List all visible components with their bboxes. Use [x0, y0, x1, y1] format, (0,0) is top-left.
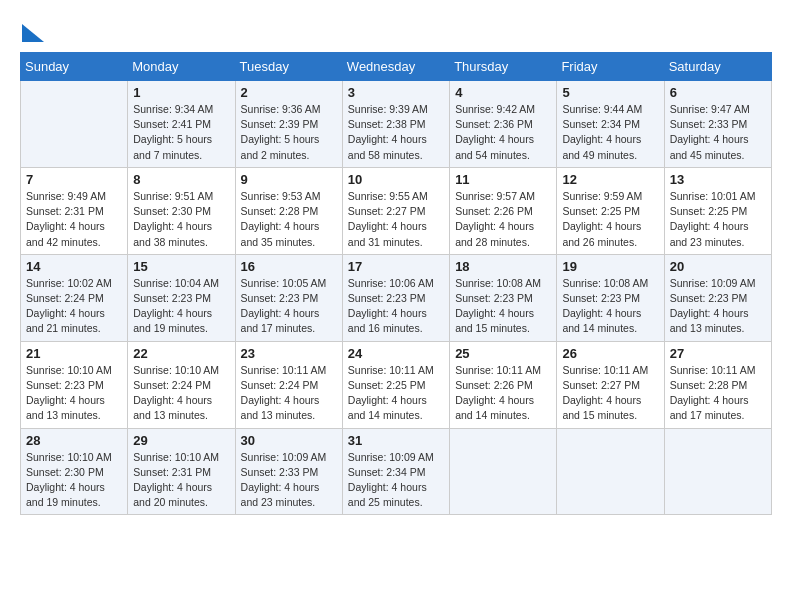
logo	[20, 20, 44, 42]
day-info: Sunrise: 10:11 AM Sunset: 2:27 PM Daylig…	[562, 363, 658, 424]
day-number: 1	[133, 85, 229, 100]
day-number: 25	[455, 346, 551, 361]
calendar-day-cell: 15Sunrise: 10:04 AM Sunset: 2:23 PM Dayl…	[128, 254, 235, 341]
day-info: Sunrise: 10:09 AM Sunset: 2:33 PM Daylig…	[241, 450, 337, 511]
day-number: 3	[348, 85, 444, 100]
calendar-day-cell: 25Sunrise: 10:11 AM Sunset: 2:26 PM Dayl…	[450, 341, 557, 428]
day-info: Sunrise: 9:51 AM Sunset: 2:30 PM Dayligh…	[133, 189, 229, 250]
day-info: Sunrise: 10:02 AM Sunset: 2:24 PM Daylig…	[26, 276, 122, 337]
calendar-header-row: SundayMondayTuesdayWednesdayThursdayFrid…	[21, 53, 772, 81]
day-header-sunday: Sunday	[21, 53, 128, 81]
day-header-friday: Friday	[557, 53, 664, 81]
calendar-day-cell: 17Sunrise: 10:06 AM Sunset: 2:23 PM Dayl…	[342, 254, 449, 341]
day-number: 2	[241, 85, 337, 100]
day-number: 10	[348, 172, 444, 187]
calendar-day-cell: 29Sunrise: 10:10 AM Sunset: 2:31 PM Dayl…	[128, 428, 235, 515]
day-number: 17	[348, 259, 444, 274]
calendar-day-cell: 24Sunrise: 10:11 AM Sunset: 2:25 PM Dayl…	[342, 341, 449, 428]
calendar-day-cell: 14Sunrise: 10:02 AM Sunset: 2:24 PM Dayl…	[21, 254, 128, 341]
calendar-day-cell	[664, 428, 771, 515]
calendar-day-cell: 7Sunrise: 9:49 AM Sunset: 2:31 PM Daylig…	[21, 167, 128, 254]
calendar-day-cell: 2Sunrise: 9:36 AM Sunset: 2:39 PM Daylig…	[235, 81, 342, 168]
calendar-week-row: 21Sunrise: 10:10 AM Sunset: 2:23 PM Dayl…	[21, 341, 772, 428]
calendar-day-cell: 27Sunrise: 10:11 AM Sunset: 2:28 PM Dayl…	[664, 341, 771, 428]
day-info: Sunrise: 10:10 AM Sunset: 2:23 PM Daylig…	[26, 363, 122, 424]
day-info: Sunrise: 10:11 AM Sunset: 2:26 PM Daylig…	[455, 363, 551, 424]
day-info: Sunrise: 9:36 AM Sunset: 2:39 PM Dayligh…	[241, 102, 337, 163]
day-number: 18	[455, 259, 551, 274]
day-info: Sunrise: 9:34 AM Sunset: 2:41 PM Dayligh…	[133, 102, 229, 163]
calendar-day-cell: 30Sunrise: 10:09 AM Sunset: 2:33 PM Dayl…	[235, 428, 342, 515]
calendar-week-row: 1Sunrise: 9:34 AM Sunset: 2:41 PM Daylig…	[21, 81, 772, 168]
calendar-week-row: 28Sunrise: 10:10 AM Sunset: 2:30 PM Dayl…	[21, 428, 772, 515]
day-info: Sunrise: 10:11 AM Sunset: 2:25 PM Daylig…	[348, 363, 444, 424]
calendar-day-cell: 18Sunrise: 10:08 AM Sunset: 2:23 PM Dayl…	[450, 254, 557, 341]
day-info: Sunrise: 9:59 AM Sunset: 2:25 PM Dayligh…	[562, 189, 658, 250]
day-info: Sunrise: 9:47 AM Sunset: 2:33 PM Dayligh…	[670, 102, 766, 163]
day-number: 7	[26, 172, 122, 187]
calendar-day-cell: 23Sunrise: 10:11 AM Sunset: 2:24 PM Dayl…	[235, 341, 342, 428]
day-info: Sunrise: 10:08 AM Sunset: 2:23 PM Daylig…	[562, 276, 658, 337]
day-number: 29	[133, 433, 229, 448]
day-info: Sunrise: 10:01 AM Sunset: 2:25 PM Daylig…	[670, 189, 766, 250]
day-number: 5	[562, 85, 658, 100]
day-number: 14	[26, 259, 122, 274]
calendar-day-cell: 11Sunrise: 9:57 AM Sunset: 2:26 PM Dayli…	[450, 167, 557, 254]
calendar-table: SundayMondayTuesdayWednesdayThursdayFrid…	[20, 52, 772, 515]
day-number: 8	[133, 172, 229, 187]
day-header-thursday: Thursday	[450, 53, 557, 81]
calendar-day-cell: 4Sunrise: 9:42 AM Sunset: 2:36 PM Daylig…	[450, 81, 557, 168]
calendar-day-cell: 12Sunrise: 9:59 AM Sunset: 2:25 PM Dayli…	[557, 167, 664, 254]
page-header	[20, 20, 772, 42]
day-info: Sunrise: 9:57 AM Sunset: 2:26 PM Dayligh…	[455, 189, 551, 250]
logo-arrow-icon	[22, 24, 44, 42]
calendar-day-cell: 22Sunrise: 10:10 AM Sunset: 2:24 PM Dayl…	[128, 341, 235, 428]
day-header-tuesday: Tuesday	[235, 53, 342, 81]
day-info: Sunrise: 9:39 AM Sunset: 2:38 PM Dayligh…	[348, 102, 444, 163]
calendar-day-cell: 9Sunrise: 9:53 AM Sunset: 2:28 PM Daylig…	[235, 167, 342, 254]
calendar-day-cell: 3Sunrise: 9:39 AM Sunset: 2:38 PM Daylig…	[342, 81, 449, 168]
day-info: Sunrise: 10:04 AM Sunset: 2:23 PM Daylig…	[133, 276, 229, 337]
day-info: Sunrise: 10:09 AM Sunset: 2:23 PM Daylig…	[670, 276, 766, 337]
day-info: Sunrise: 10:10 AM Sunset: 2:24 PM Daylig…	[133, 363, 229, 424]
day-info: Sunrise: 9:49 AM Sunset: 2:31 PM Dayligh…	[26, 189, 122, 250]
calendar-day-cell: 20Sunrise: 10:09 AM Sunset: 2:23 PM Dayl…	[664, 254, 771, 341]
calendar-day-cell: 21Sunrise: 10:10 AM Sunset: 2:23 PM Dayl…	[21, 341, 128, 428]
day-number: 30	[241, 433, 337, 448]
day-number: 16	[241, 259, 337, 274]
day-number: 13	[670, 172, 766, 187]
calendar-day-cell: 5Sunrise: 9:44 AM Sunset: 2:34 PM Daylig…	[557, 81, 664, 168]
day-number: 23	[241, 346, 337, 361]
day-info: Sunrise: 10:09 AM Sunset: 2:34 PM Daylig…	[348, 450, 444, 511]
day-info: Sunrise: 10:10 AM Sunset: 2:31 PM Daylig…	[133, 450, 229, 511]
day-info: Sunrise: 10:11 AM Sunset: 2:28 PM Daylig…	[670, 363, 766, 424]
day-number: 11	[455, 172, 551, 187]
day-header-wednesday: Wednesday	[342, 53, 449, 81]
day-number: 31	[348, 433, 444, 448]
day-info: Sunrise: 9:55 AM Sunset: 2:27 PM Dayligh…	[348, 189, 444, 250]
calendar-week-row: 14Sunrise: 10:02 AM Sunset: 2:24 PM Dayl…	[21, 254, 772, 341]
day-info: Sunrise: 9:53 AM Sunset: 2:28 PM Dayligh…	[241, 189, 337, 250]
day-info: Sunrise: 10:08 AM Sunset: 2:23 PM Daylig…	[455, 276, 551, 337]
calendar-day-cell: 13Sunrise: 10:01 AM Sunset: 2:25 PM Dayl…	[664, 167, 771, 254]
day-info: Sunrise: 9:44 AM Sunset: 2:34 PM Dayligh…	[562, 102, 658, 163]
calendar-day-cell: 10Sunrise: 9:55 AM Sunset: 2:27 PM Dayli…	[342, 167, 449, 254]
day-number: 6	[670, 85, 766, 100]
calendar-day-cell: 8Sunrise: 9:51 AM Sunset: 2:30 PM Daylig…	[128, 167, 235, 254]
day-info: Sunrise: 9:42 AM Sunset: 2:36 PM Dayligh…	[455, 102, 551, 163]
calendar-day-cell: 31Sunrise: 10:09 AM Sunset: 2:34 PM Dayl…	[342, 428, 449, 515]
calendar-day-cell: 1Sunrise: 9:34 AM Sunset: 2:41 PM Daylig…	[128, 81, 235, 168]
day-number: 15	[133, 259, 229, 274]
calendar-day-cell	[450, 428, 557, 515]
day-number: 4	[455, 85, 551, 100]
day-number: 28	[26, 433, 122, 448]
day-number: 26	[562, 346, 658, 361]
calendar-day-cell: 6Sunrise: 9:47 AM Sunset: 2:33 PM Daylig…	[664, 81, 771, 168]
day-number: 19	[562, 259, 658, 274]
calendar-day-cell: 19Sunrise: 10:08 AM Sunset: 2:23 PM Dayl…	[557, 254, 664, 341]
calendar-day-cell: 28Sunrise: 10:10 AM Sunset: 2:30 PM Dayl…	[21, 428, 128, 515]
calendar-day-cell	[557, 428, 664, 515]
calendar-day-cell: 16Sunrise: 10:05 AM Sunset: 2:23 PM Dayl…	[235, 254, 342, 341]
day-number: 27	[670, 346, 766, 361]
day-number: 20	[670, 259, 766, 274]
